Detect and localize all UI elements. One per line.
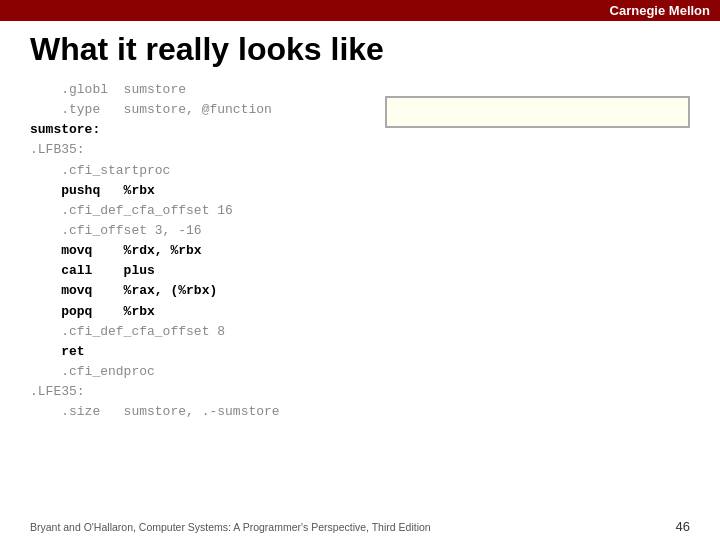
top-bar: Carnegie Mellon [0, 0, 720, 21]
left-code-block: .globl sumstore .type sumstore, @functio… [30, 80, 365, 422]
university-label: Carnegie Mellon [610, 3, 710, 18]
code-box [385, 96, 690, 128]
footer: Bryant and O'Hallaron, Computer Systems:… [30, 519, 690, 534]
main-content: What it really looks like .globl sumstor… [0, 21, 720, 432]
left-column: .globl sumstore .type sumstore, @functio… [30, 80, 365, 422]
citation: Bryant and O'Hallaron, Computer Systems:… [30, 521, 431, 533]
slide-title: What it really looks like [30, 31, 690, 68]
slide-number: 46 [676, 519, 690, 534]
columns: .globl sumstore .type sumstore, @functio… [30, 80, 690, 422]
right-column [385, 80, 690, 128]
